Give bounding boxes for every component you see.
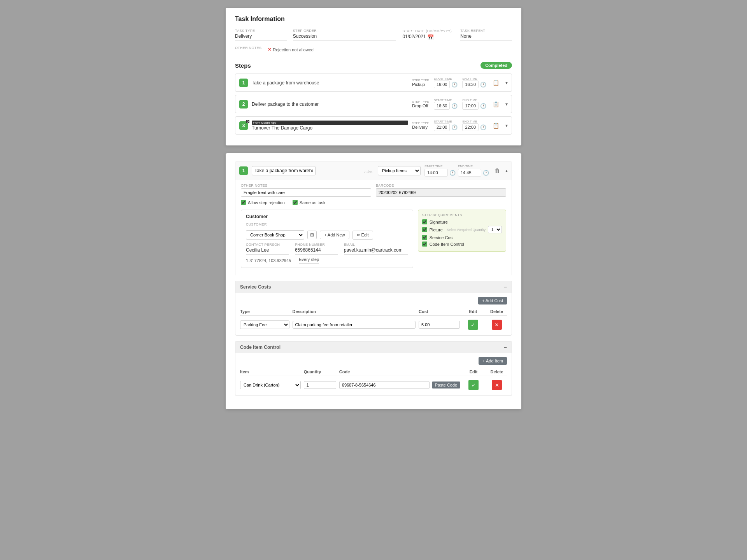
step-requirements-box: STEP REQUIREMENTS Signature Picture Sele… [418,210,506,252]
code-item-row: Can Drink (Carton) Paste Code ✓ ✕ [240,378,507,392]
service-type-select[interactable]: Parking Fee [240,320,289,329]
req-signature-label: Signature [430,220,448,224]
req-service-cost-checkbox[interactable] [422,235,427,240]
add-cost-btn[interactable]: + Add Cost [478,297,507,304]
service-cost-row: Parking Fee ✓ ✕ [240,318,507,331]
expanded-end-clock-icon[interactable]: 🕐 [483,170,489,176]
step2-copy-btn[interactable]: 📋 [491,100,501,108]
step1-copy-btn[interactable]: 📋 [491,79,501,87]
req-service-cost-label: Service Cost [430,235,454,240]
col-header-delete: Delete [486,309,507,314]
customer-select-label: CUSTOMER [246,222,267,226]
req-picture-checkbox[interactable] [422,227,427,232]
item-quantity-input[interactable] [304,381,336,389]
customer-icon-btn[interactable]: ⊞ [307,231,317,239]
step3-end-time: 22:00 [462,123,479,131]
step1-start-time: 16:00 [434,80,450,88]
other-notes-label: OTHER NOTES [235,46,261,50]
service-description-input[interactable] [293,321,416,329]
service-costs-collapse-btn[interactable]: − [504,284,507,290]
paste-code-btn[interactable]: Paste Code [432,382,460,388]
step-row-1: 1 Take a package from warehouse STEP TYP… [235,74,512,92]
expanded-collapse-btn[interactable]: ▴ [505,168,508,173]
from-mobile-label: From Mobile App [252,121,408,125]
service-costs-section: Service Costs − + Add Cost Type Descript… [235,281,512,336]
step1-start-clock-icon[interactable]: 🕐 [451,82,458,88]
step2-expand-btn[interactable]: ▾ [505,102,508,107]
step3-type-label: STEP TYPE [412,121,429,125]
same-as-task-checkbox[interactable] [293,200,298,205]
step-name-2: Deliver package to the customer [252,102,408,107]
expanded-start-clock-icon[interactable]: 🕐 [449,170,456,176]
step2-start-clock-icon[interactable]: 🕐 [451,103,458,109]
step3-end-clock-icon[interactable]: 🕐 [480,124,486,130]
step3-expand-btn[interactable]: ▾ [505,123,508,128]
step-name-1: Take a package from warehouse [252,80,408,86]
req-qty-select[interactable]: 1 2 3 [488,226,502,233]
col-header-code-delete: Delete [487,369,507,374]
edit-customer-btn[interactable]: ✏ Edit [352,231,373,240]
step1-end-label: END TIME [462,77,486,80]
step2-type-value: Drop Off [412,103,429,108]
col-header-cost: Cost [419,309,459,314]
step2-end-time: 17:00 [462,102,479,110]
col-header-description: Description [293,309,416,314]
calendar-icon[interactable]: 📅 [427,34,434,40]
expanded-end-time-label: END TIME [458,164,489,168]
completed-badge: Completed [480,62,512,69]
add-item-btn[interactable]: + Add Item [479,357,507,365]
col-header-code: Code [339,369,460,374]
rejection-x-icon: ✕ [268,47,271,52]
customer-select[interactable]: Corner Book Shop [246,230,304,240]
step-number-3-container: 3 D [239,121,248,130]
task-type-label: TASK TYPE [235,29,287,33]
code-edit-confirm-btn[interactable]: ✓ [468,380,479,390]
step1-expand-btn[interactable]: ▾ [505,80,508,86]
task-repeat-value: None [460,33,512,41]
req-signature-checkbox[interactable] [422,219,427,224]
step2-start-time: 16:30 [434,102,450,110]
service-edit-confirm-btn[interactable]: ✓ [468,320,478,330]
steps-title: Steps [235,62,251,69]
step3-start-clock-icon[interactable]: 🕐 [451,124,458,130]
expanded-end-time-input[interactable] [458,169,481,177]
barcode-input[interactable] [376,188,506,197]
step3-start-time: 21:00 [434,123,450,131]
code-item-collapse-btn[interactable]: − [504,344,507,350]
step-number-3: 3 [242,123,245,128]
service-cost-input[interactable] [419,321,459,329]
step2-start-label: START TIME [434,98,458,102]
expanded-step-name-input[interactable] [252,166,316,175]
step1-end-clock-icon[interactable]: 🕐 [480,82,486,88]
add-new-customer-btn[interactable]: + Add New [320,231,349,239]
task-repeat-label: TASK REPEAT [460,29,512,33]
col-header-quantity: Quantity [304,369,336,374]
item-code-input[interactable] [339,381,430,389]
step3-end-label: END TIME [462,120,486,123]
every-step-value: Every step [299,257,319,264]
code-delete-btn[interactable]: ✕ [492,380,502,390]
customer-title: Customer [246,214,408,219]
step3-copy-btn[interactable]: 📋 [491,122,501,130]
step2-end-clock-icon[interactable]: 🕐 [480,103,486,109]
col-header-item: Item [240,369,301,374]
expanded-step-type-select[interactable]: Pickup Items Drop Off Delivery [378,166,421,175]
char-count: 29/85 [363,170,372,174]
expanded-step-row: 1 29/85 Pickup Items Drop Off Delivery S… [235,161,512,276]
contact-person-label: CONTACT PERSON [246,243,289,247]
allow-rejection-checkbox[interactable] [241,200,246,205]
notes-label: OTHER NOTES [241,184,371,187]
notes-input[interactable] [241,188,371,197]
expanded-copy-btn[interactable]: 🗑 [493,167,502,175]
item-type-select[interactable]: Can Drink (Carton) [240,381,301,389]
expanded-start-time-label: START TIME [424,164,456,168]
expanded-step-num: 1 [239,166,248,175]
req-code-item-checkbox[interactable] [422,242,427,247]
service-costs-title: Service Costs [240,284,271,290]
step3-type-value: Delivery [412,125,429,130]
service-delete-btn[interactable]: ✕ [492,320,502,330]
step-row-3: 3 D From Mobile App Turnover The Damage … [235,116,512,135]
expanded-start-time-input[interactable] [424,169,448,177]
step-order-label: STEP ORDER [293,29,396,33]
step1-end-time: 16:30 [462,80,479,88]
